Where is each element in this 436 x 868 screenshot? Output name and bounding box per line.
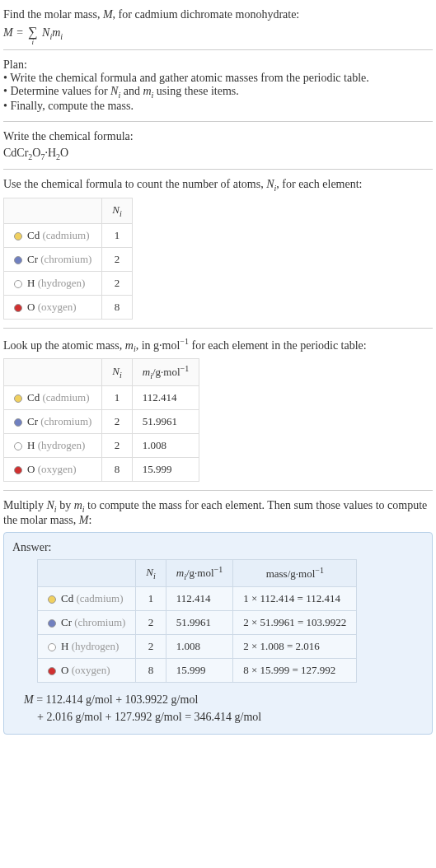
table-row: H (hydrogen) 2 — [4, 271, 133, 295]
plan2-pre: Determine values for — [10, 85, 110, 97]
divider — [3, 169, 433, 170]
element-cell: Cr (chromium) — [4, 410, 102, 434]
swatch-icon — [14, 418, 22, 427]
n-value: 2 — [102, 434, 132, 458]
n-value: 2 — [102, 247, 132, 271]
answer-label: Answer: — [12, 541, 424, 554]
swatch-icon — [14, 256, 22, 264]
f-cd: CdCr — [3, 147, 28, 159]
table-row: Cr (chromium) 2 51.9961 — [4, 410, 199, 434]
chemical-formula: CdCr2O7·H2O — [3, 147, 433, 161]
divider — [3, 490, 433, 491]
n-value: 8 — [102, 458, 132, 482]
table-row: O (oxygen) 8 15.999 8 × 15.999 = 127.992 — [38, 658, 357, 682]
mass-value: 1 × 112.414 = 112.414 — [233, 586, 357, 610]
n-value: 2 — [102, 410, 132, 434]
intro-line1-suffix: , for cadmium dichromate monohydrate: — [113, 8, 300, 21]
element-cell: O (oxygen) — [38, 658, 136, 682]
plan-item: Determine values for Ni and mi using the… — [3, 85, 433, 100]
n-value: 1 — [102, 223, 132, 247]
swatch-icon — [48, 667, 56, 675]
divider — [3, 49, 433, 50]
table-row: H (hydrogen) 2 1.008 — [4, 434, 199, 458]
f-dot: ·H — [45, 147, 56, 159]
ca-pre: Use the chemical formula to count the nu… — [3, 178, 266, 190]
mass-header: mass/g·mol−1 — [233, 559, 357, 586]
empty-header — [4, 198, 102, 224]
sigma-symbol: ∑i — [28, 25, 37, 40]
table-row: Cr (chromium) 2 — [4, 247, 133, 271]
plan2-m: m — [143, 85, 151, 97]
molar-mass-equation: M = ∑i Nimi — [3, 25, 433, 41]
answer-table: Ni mi/g·mol−1 mass/g·mol−1 Cd (cadmium) … — [37, 559, 357, 683]
mul-post: : — [88, 514, 91, 526]
plan-heading: Plan: — [3, 58, 433, 72]
n-value: 1 — [102, 386, 132, 410]
table-row: Ni mi/g·mol−1 — [4, 359, 199, 386]
mass-value: 2 × 51.9961 = 103.9922 — [233, 610, 357, 634]
write-formula-section: Write the chemical formula: CdCr2O7·H2O — [3, 125, 433, 166]
element-cell: Cd (cadmium) — [4, 223, 102, 247]
mass-value: 8 × 15.999 = 127.992 — [233, 658, 357, 682]
count-atoms-text: Use the chemical formula to count the nu… — [3, 178, 433, 193]
n-value: 8 — [136, 658, 166, 682]
ca-n: N — [266, 178, 274, 190]
f-o: O — [32, 147, 40, 159]
divider — [3, 121, 433, 122]
ca-post: , for each element: — [276, 178, 362, 190]
swatch-icon — [14, 442, 22, 450]
mul-n: N — [47, 499, 54, 511]
n-value: 2 — [136, 634, 166, 658]
table-row: Cd (cadmium) 1 112.414 1 × 112.414 = 112… — [38, 586, 357, 610]
element-cell: Cr (chromium) — [4, 247, 102, 271]
final-line2: + 2.016 g/mol + 127.992 g/mol = 346.414 … — [37, 711, 261, 723]
mul-m: m — [74, 499, 82, 511]
m-value: 112.414 — [166, 586, 232, 610]
final-molar-mass: M = 112.414 g/mol + 103.9922 g/mol + 2.0… — [12, 691, 424, 726]
intro-m: M — [103, 8, 113, 21]
plan-item: Finally, compute the mass. — [3, 100, 433, 113]
divider — [3, 328, 433, 329]
sigma-main: ∑ — [28, 25, 37, 39]
mul-by: by — [57, 499, 74, 511]
eq-m: M — [3, 26, 13, 39]
mass-value: 2 × 1.008 = 2.016 — [233, 634, 357, 658]
answer-box: Answer: Ni mi/g·mol−1 mass/g·mol−1 Cd (c… — [3, 532, 433, 735]
intro-line1-prefix: Find the molar mass, — [3, 8, 103, 21]
m-header: mi/g·mol−1 — [132, 359, 199, 386]
m-value: 15.999 — [166, 658, 232, 682]
empty-header — [38, 559, 136, 586]
swatch-icon — [14, 394, 22, 403]
m-value: 51.9961 — [166, 610, 232, 634]
final-m-sym: M — [24, 693, 34, 706]
lm-post: for each element in the periodic table: — [189, 338, 367, 351]
swatch-icon — [14, 304, 22, 312]
mul-capm: M — [79, 514, 89, 526]
m-value: 112.414 — [132, 386, 199, 410]
plan-section: Plan: Write the chemical formula and gat… — [3, 54, 433, 118]
plan2-post: using these items. — [153, 85, 238, 97]
empty-header — [4, 359, 102, 386]
n-header: Ni — [102, 359, 132, 386]
lookup-mass-table: Ni mi/g·mol−1 Cd (cadmium) 1 112.414 Cr … — [3, 358, 199, 482]
table-row: H (hydrogen) 2 1.008 2 × 1.008 = 2.016 — [38, 634, 357, 658]
multiply-text: Multiply Ni by mi to compute the mass fo… — [3, 499, 433, 527]
table-row: Ni — [4, 198, 133, 224]
element-cell: H (hydrogen) — [4, 271, 102, 295]
element-cell: Cr (chromium) — [38, 610, 136, 634]
swatch-icon — [48, 619, 56, 628]
eq-mi: i — [60, 32, 63, 41]
table-row: O (oxygen) 8 15.999 — [4, 458, 199, 482]
swatch-icon — [48, 595, 56, 604]
plan2-and: and — [120, 85, 143, 97]
table-row: Ni mi/g·mol−1 mass/g·mol−1 — [38, 559, 357, 586]
count-atoms-table: Ni Cd (cadmium) 1 Cr (chromium) 2 H (hyd… — [3, 198, 133, 320]
table-row: Cd (cadmium) 1 — [4, 223, 133, 247]
f-ofinal: O — [60, 147, 68, 159]
m-value: 51.9961 — [132, 410, 199, 434]
n-header: Ni — [102, 198, 132, 224]
element-cell: H (hydrogen) — [4, 434, 102, 458]
sigma-sub: i — [32, 38, 35, 46]
lm-m: m — [125, 338, 134, 351]
swatch-icon — [14, 280, 22, 288]
